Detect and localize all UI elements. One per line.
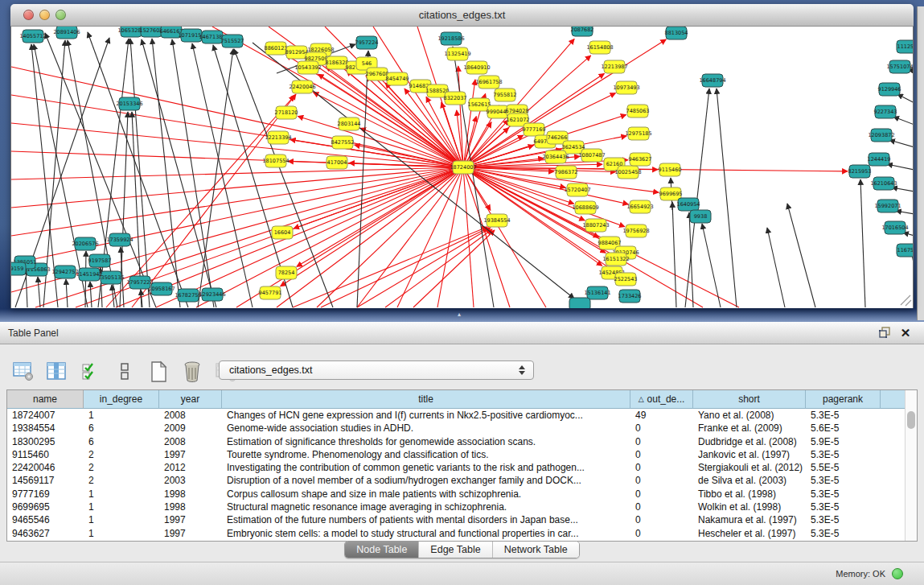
graph-node[interactable]: 12213394 [265,131,291,144]
graph-node[interactable]: 18640910 [463,61,490,74]
graph-node[interactable]: 16154808 [586,41,613,54]
graph-node[interactable]: 12975185 [625,127,651,140]
graph-node[interactable]: 16604 [272,226,293,239]
graph-node[interactable]: 19756928 [622,225,649,237]
graph-node[interactable]: 12213987 [601,60,627,73]
graph-node[interactable]: 2522543 [614,273,638,286]
scrollbar-thumb[interactable] [907,411,915,429]
tab-node-table[interactable]: Node Table [345,542,418,558]
graph-node[interactable]: 9115460 [659,163,682,176]
table-row[interactable]: 1830029562008Estimation of significance … [7,435,917,448]
graph-node[interactable]: 16648794 [699,74,725,87]
table-vertical-scrollbar[interactable] [905,390,917,541]
graph-node[interactable]: 1733426 [618,290,642,303]
graph-node[interactable]: 10688609 [572,201,598,214]
graph-node[interactable]: 17957223 [126,276,153,289]
graph-node[interactable]: 15751074 [886,60,913,73]
tab-edge-table[interactable]: Edge Table [418,542,491,558]
column-header-in_degree[interactable]: in_degree [84,390,159,409]
graph-node[interactable]: 111254 [897,40,914,53]
graph-node[interactable]: 22420046 [289,80,315,93]
graph-node[interactable]: 19384554 [483,214,510,227]
table-settings-icon[interactable] [11,360,35,384]
graph-node[interactable]: 15720407 [564,183,590,196]
graph-node[interactable]: 12942757 [51,266,78,278]
graph-node[interactable]: 1244419 [868,153,891,166]
graph-node[interactable]: 8215953 [848,165,872,178]
graph-node[interactable]: 1640954 [677,198,700,211]
graph-node[interactable]: 17016504 [881,221,908,234]
graph-node[interactable]: 8860123 [265,42,288,55]
table-row[interactable]: 969969511998Structural magnetic resonanc… [7,501,917,513]
column-header-pagerank[interactable]: pagerank [806,390,881,409]
graph-node[interactable]: 16961758 [475,76,502,89]
graph-node[interactable]: 39159 [11,262,26,275]
column-header-out_degree[interactable]: △out_de... [630,390,693,409]
graph-node[interactable]: 15992071 [874,200,901,212]
graph-node[interactable]: 19218586 [437,32,464,45]
column-header-name[interactable]: name [7,390,84,409]
graph-node[interactable]: 18724007 [450,161,476,174]
graph-node[interactable]: 16210643 [870,177,897,190]
graph-node[interactable]: 15136141 [584,286,610,299]
graph-node[interactable]: 16782759 [175,289,201,302]
graph-node[interactable]: 12093872 [868,129,894,142]
graph-node[interactable]: 18107554 [262,154,289,167]
delete-icon[interactable] [180,360,204,384]
row-height-icon[interactable] [113,360,137,384]
graph-node[interactable]: 20891406 [53,27,80,39]
table-selector-dropdown[interactable]: citations_edges.txt [219,360,534,380]
graph-node[interactable]: 417004 [326,156,347,169]
graph-node[interactable]: 14055712 [19,30,46,43]
table-row[interactable]: 946362711997Embryonic stem cells: a mode… [7,527,917,540]
panel-divider-handle[interactable]: ▴ [458,311,465,317]
graph-node[interactable]: 7955812 [494,89,517,101]
table-row[interactable]: 1872400712008Changes of HCN gene express… [7,409,917,422]
table-row[interactable]: 977716911998Corpus callosum shape and si… [7,488,917,501]
graph-node[interactable]: 10543392 [294,61,321,74]
graph-node[interactable]: 18807243 [582,219,609,232]
graph-node[interactable]: 9463627 [629,153,652,166]
graph-node[interactable]: 10025458 [614,166,641,179]
graph-node[interactable]: 9227343 [874,105,897,118]
graph-node[interactable]: 9197587 [88,254,112,267]
graph-node[interactable]: 10807487 [578,149,605,162]
graph-node[interactable]: 10973493 [613,81,639,94]
table-row[interactable]: 911546021997Tourette syndrome. Phenomeno… [7,448,917,461]
graph-node[interactable]: 20153346 [116,97,142,110]
graph-node[interactable]: 9457791 [259,286,282,299]
float-panel-icon[interactable] [877,326,892,340]
graph-node[interactable]: 17359924 [106,233,133,246]
graph-node[interactable]: 2087682 [571,27,594,36]
graph-node[interactable]: 9938 [690,210,711,223]
column-header-year[interactable]: year [159,390,222,409]
table-row[interactable]: 1938455462009Genome-wide association stu… [7,422,917,435]
close-panel-icon[interactable]: ✕ [898,326,913,340]
graph-node[interactable]: 8813054 [665,27,688,39]
graph-node[interactable]: 9129946 [878,83,901,96]
graph-node[interactable]: 8454749 [386,72,409,85]
table-row[interactable]: 946554611997Estimation of the future num… [7,513,917,526]
graph-node[interactable]: 7485063 [626,105,650,117]
graph-node[interactable]: 8427552 [331,136,355,149]
column-header-title[interactable]: title [222,390,630,409]
graph-node[interactable]: 20364436 [542,150,569,163]
table-row[interactable]: 1456911722003Disruption of a novel membe… [7,474,917,487]
column-header-short[interactable]: short [693,390,806,409]
graph-node[interactable]: 12923446 [199,288,225,301]
graph-node[interactable]: 2718120 [275,106,298,119]
canvas-resize-grip[interactable] [901,295,911,306]
table-row[interactable]: 2242004622012Investigating the contribut… [7,461,917,474]
graph-node[interactable]: 116753 [897,244,914,257]
select-rows-icon[interactable] [79,360,103,384]
graph-node[interactable]: 20206576 [72,237,98,250]
network-graph[interactable]: 1872400711325419186409101696175879558121… [11,27,914,308]
graph-node[interactable]: 16151322 [602,253,629,266]
graph-node[interactable] [569,298,590,308]
graph-node[interactable]: 16654923 [626,200,653,213]
create-table-icon[interactable] [146,360,170,384]
graph-node[interactable]: 7957224 [355,36,379,49]
graph-node[interactable]: 11325419 [444,47,470,60]
graph-node[interactable]: 7986372 [555,166,578,179]
show-columns-icon[interactable] [45,360,69,384]
